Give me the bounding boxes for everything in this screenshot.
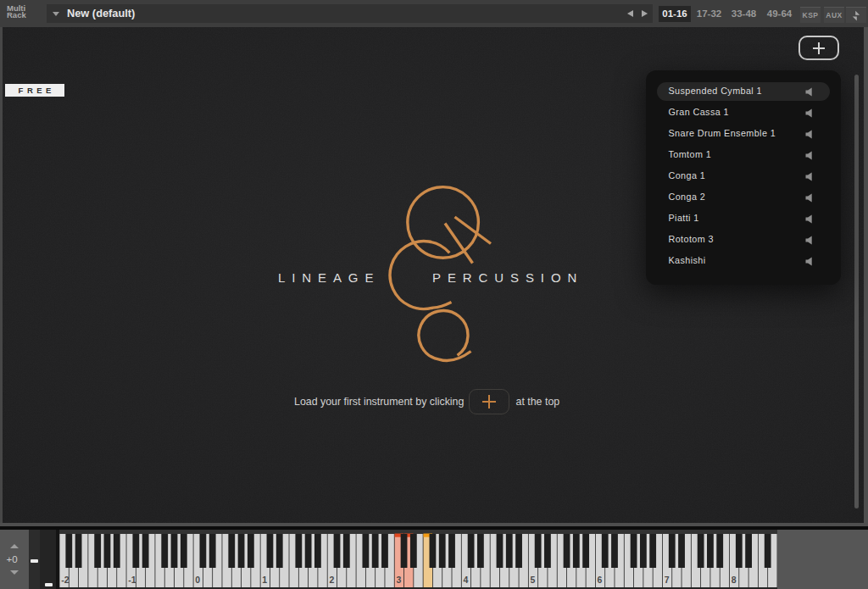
svg-text:8: 8 — [731, 574, 736, 584]
svg-text:6: 6 — [597, 574, 602, 584]
svg-text:-2: -2 — [61, 574, 69, 584]
svg-text:4: 4 — [463, 574, 468, 584]
svg-text:0: 0 — [195, 574, 200, 584]
svg-text:-1: -1 — [128, 574, 136, 584]
svg-text:7: 7 — [664, 574, 669, 584]
svg-text:1: 1 — [262, 574, 267, 584]
svg-text:3: 3 — [396, 574, 401, 584]
svg-text:2: 2 — [329, 574, 334, 584]
svg-text:5: 5 — [530, 574, 535, 584]
